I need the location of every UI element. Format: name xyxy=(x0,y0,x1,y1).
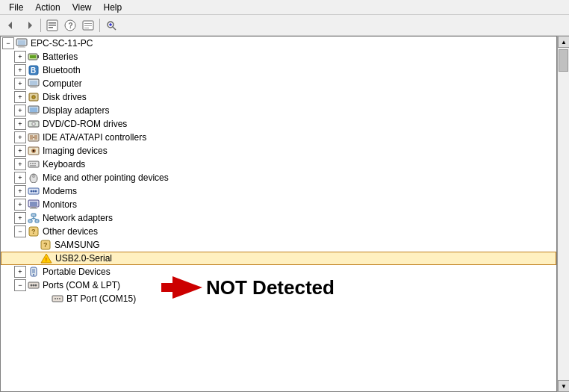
svg-rect-61 xyxy=(28,220,32,223)
scroll-track[interactable] xyxy=(558,48,569,380)
svg-rect-60 xyxy=(31,214,36,217)
mice-expand[interactable]: + xyxy=(14,172,26,184)
scan-button[interactable] xyxy=(103,17,119,34)
tree-item-diskdrives[interactable]: + Disk drives xyxy=(1,90,556,104)
computer-item-icon xyxy=(28,78,40,90)
svg-rect-45 xyxy=(30,163,31,164)
help-button[interactable]: ? xyxy=(62,17,78,34)
root-expand-btn[interactable]: − xyxy=(2,37,14,49)
tree-item-keyboards[interactable]: + Keyboards xyxy=(1,158,556,171)
tree-panel[interactable]: − EPC-SC-11-PC + xyxy=(0,36,557,392)
tree-root[interactable]: − EPC-SC-11-PC xyxy=(1,37,556,50)
svg-rect-59 xyxy=(30,208,37,209)
main-area: − EPC-SC-11-PC + xyxy=(0,36,569,392)
menu-view[interactable]: View xyxy=(66,1,98,14)
tree-item-bluetooth[interactable]: + B Bluetooth xyxy=(1,63,556,77)
tree-item-dvd[interactable]: + DVD/CD-ROM drives xyxy=(1,117,556,131)
tree-item-portable[interactable]: + Portable Devices xyxy=(1,265,556,279)
ports-label: Ports (COM & LPT) xyxy=(43,280,120,290)
tree-item-mice[interactable]: + Mice and other pointing devices xyxy=(1,171,556,184)
svg-rect-15 xyxy=(18,40,25,45)
svg-point-36 xyxy=(33,123,34,125)
ports-expand[interactable]: − xyxy=(14,279,26,291)
bluetooth-icon: B xyxy=(28,64,40,76)
tree-item-usb2serial[interactable]: ! USB2.0-Serial xyxy=(1,252,556,265)
svg-rect-10 xyxy=(84,25,92,26)
svg-point-29 xyxy=(33,96,34,98)
tree-item-display[interactable]: + Display adapters xyxy=(1,104,556,117)
svg-text:?: ? xyxy=(31,228,36,235)
network-expand[interactable]: + xyxy=(14,212,26,224)
samsung-label: SAMSUNG xyxy=(55,240,100,250)
computer-icon xyxy=(16,37,28,49)
tree-item-modems[interactable]: + Modems xyxy=(1,184,556,198)
svg-rect-4 xyxy=(49,25,56,26)
toolbar-sep-2 xyxy=(99,19,100,32)
toolbar: ? xyxy=(0,15,569,36)
btport-label: BT Port (COM15) xyxy=(66,293,136,304)
svg-rect-47 xyxy=(34,163,36,164)
disk-label: Disk drives xyxy=(43,92,87,102)
svg-rect-9 xyxy=(84,23,92,24)
tree-item-monitors[interactable]: + Monitors xyxy=(1,198,556,211)
bluetooth-expand[interactable]: + xyxy=(14,64,26,76)
ideata-expand[interactable]: + xyxy=(14,131,26,143)
svg-rect-5 xyxy=(49,27,53,28)
usb2serial-label: USB2.0-Serial xyxy=(55,253,112,264)
imaging-label: Imaging devices xyxy=(43,146,108,156)
modems-expand[interactable]: + xyxy=(14,185,26,197)
other-expand[interactable]: − xyxy=(14,225,26,237)
tree-item-ports[interactable]: − Ports (COM & LPT) xyxy=(1,279,556,292)
svg-rect-40 xyxy=(33,137,34,138)
monitors-label: Monitors xyxy=(43,199,77,210)
dvd-expand[interactable]: + xyxy=(14,118,26,130)
svg-rect-57 xyxy=(30,202,37,206)
ideata-icon xyxy=(28,131,40,143)
other-label: Other devices xyxy=(43,226,98,237)
tree-item-ideata[interactable]: + IDE ATA/ATAPI controllers xyxy=(1,131,556,144)
tree-item-samsung[interactable]: ? SAMSUNG xyxy=(1,238,556,252)
samsung-icon: ? xyxy=(40,239,52,251)
forward-button[interactable] xyxy=(21,17,37,34)
menu-help[interactable]: Help xyxy=(98,1,128,14)
scroll-up-button[interactable]: ▲ xyxy=(558,36,569,48)
monitors-expand[interactable]: + xyxy=(14,199,26,211)
back-button[interactable] xyxy=(3,17,19,34)
mouse-icon xyxy=(28,172,40,184)
tree-item-imaging[interactable]: + Imaging devices xyxy=(1,144,556,158)
display-expand[interactable]: + xyxy=(14,105,26,116)
menu-action[interactable]: Action xyxy=(29,1,66,14)
svg-text:?: ? xyxy=(43,241,48,249)
keyboards-expand[interactable]: + xyxy=(14,158,26,170)
event-log-button[interactable] xyxy=(80,17,96,34)
menu-file[interactable]: File xyxy=(3,1,29,14)
display-label: Display adapters xyxy=(43,105,109,116)
disk-expand[interactable]: + xyxy=(14,91,26,103)
scroll-down-button[interactable]: ▼ xyxy=(558,380,569,392)
imaging-icon xyxy=(28,145,40,157)
svg-rect-20 xyxy=(30,55,36,58)
imaging-expand[interactable]: + xyxy=(14,145,26,157)
tree-item-btport[interactable]: BT Port (COM15) xyxy=(1,292,556,305)
tree-item-computer[interactable]: + Computer xyxy=(1,77,556,90)
network-label: Network adapters xyxy=(43,213,113,223)
svg-rect-25 xyxy=(31,86,36,87)
svg-text:B: B xyxy=(31,66,36,75)
network-icon xyxy=(28,212,40,224)
batteries-expand[interactable]: + xyxy=(14,51,26,63)
svg-point-51 xyxy=(32,175,35,178)
computer-expand[interactable]: + xyxy=(14,78,26,90)
portable-expand[interactable]: + xyxy=(14,266,26,278)
svg-point-82 xyxy=(59,298,60,299)
scrollbar[interactable]: ▲ ▼ xyxy=(557,36,569,392)
svg-rect-3 xyxy=(49,22,56,24)
properties-button[interactable] xyxy=(44,17,60,34)
modems-label: Modems xyxy=(43,186,77,196)
tree-item-network[interactable]: + Network adapters xyxy=(1,211,556,225)
tree-item-otherdevices[interactable]: − ? Other devices xyxy=(1,225,556,238)
svg-rect-11 xyxy=(84,28,89,28)
tree-item-batteries[interactable]: + Batteries xyxy=(1,50,556,63)
scroll-thumb[interactable] xyxy=(559,49,568,72)
svg-point-74 xyxy=(33,274,34,276)
svg-rect-58 xyxy=(31,207,36,208)
